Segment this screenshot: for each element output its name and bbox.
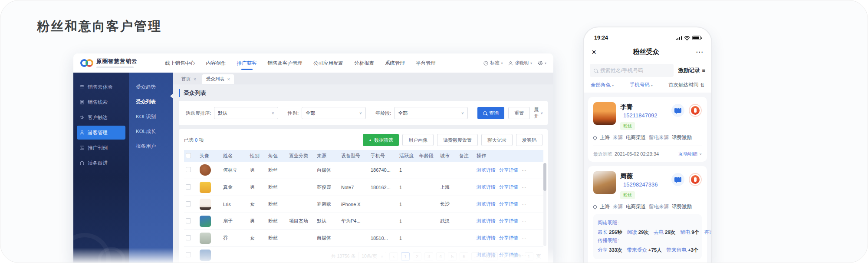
nav-company-app-config[interactable]: 公司应用配置 [313,57,343,69]
reward-icon[interactable] [689,173,702,186]
cell-city [438,230,457,246]
row-checkbox[interactable] [186,235,191,240]
user-menu[interactable]: 张晓明 ▾ [508,60,532,66]
search-input[interactable]: 搜索姓名/手机号码 [590,64,674,77]
page-ellipsis[interactable]: ... [471,252,480,261]
sidebar-item-promo-materials[interactable]: 推广刊例 [77,141,125,155]
phone-number-filter[interactable]: 手机号码 ▾ [630,82,653,88]
nav-system-mgmt[interactable]: 系统管理 [385,57,405,69]
share-detail-link[interactable]: 分享详情 [499,184,518,190]
chat-icon[interactable] [671,173,684,186]
page-button[interactable]: 3 [424,252,433,261]
fan-card-list: 李青15211847092 粉丝 上海 来源 电商渠道 留电来源 话费激励 [584,93,711,263]
tab-audience-list[interactable]: 受众列表 × [202,74,234,84]
role-filter[interactable]: 全部角色 ▾ [591,82,614,88]
sidebar-item-prospect-mgmt[interactable]: 潜客管理 [77,126,125,140]
sidebar-item-sales-leads[interactable]: 销售线索 [77,95,125,109]
first-touch-time-sort[interactable]: 首次触达时间⇅ [668,82,704,88]
submenu-audience-list[interactable]: 受众列表 [129,94,173,109]
sidebar-item-call-followup[interactable]: 话务跟进 [77,156,125,170]
incentive-record-link[interactable]: 激励记录 ≡ [678,67,705,74]
row-checkbox[interactable] [186,167,191,172]
sidebar-item-sales-cloud[interactable]: 销售云体验 [77,80,125,94]
nav-promotion-acquisition[interactable]: 推广获客 [237,57,257,69]
mode-switcher[interactable]: 标准 ▾ [483,60,503,66]
filter-age-range: 年龄段: 全部 ∨ [375,107,468,119]
fan-phone[interactable]: 15298247336 [623,181,658,188]
col-actions: 操作 [475,150,543,162]
nav-online-sales-center[interactable]: 线上销售中心 [165,57,195,69]
submenu-kol-growth[interactable]: KOL成长 [129,124,173,139]
share-detail-link[interactable]: 分享详情 [499,235,518,240]
chat-icon[interactable] [671,104,684,117]
page-canvas: 粉丝和意向客户管理 原圈智慧营销云 线上销售中心 内容创作 推广获客 销售及客户… [0,0,868,263]
page-button[interactable]: 5 [448,252,457,261]
page-button[interactable]: 2 [413,252,421,261]
reset-button[interactable]: 重置 [508,107,530,119]
age-range-select[interactable]: 全部 ∨ [394,107,468,119]
fan-card[interactable]: 李青15211847092 粉丝 上海 来源 电商渠道 留电来源 话费激励 [588,97,707,162]
share-detail-link[interactable]: 分享详情 [499,201,518,206]
view-detail-link[interactable]: 浏览详情 [477,167,496,173]
share-detail-link[interactable]: 分享详情 [499,167,518,173]
fan-card-expanded[interactable]: 周薇15298247336 粉丝 上海 来源 电商渠道 留电来源 话费激励 [588,166,707,263]
credit-quota-settings-button[interactable]: 话费额度设置 [437,134,478,146]
scrollbar-thumb[interactable] [543,163,546,191]
nav-analytics-report[interactable]: 分析报表 [354,57,374,69]
more-actions-icon[interactable]: ⋯ [522,167,527,173]
page-button[interactable]: 1376 [483,252,497,261]
read-detail-title: 阅读明细: [598,220,697,226]
settings-menu[interactable]: ▾ [538,60,546,66]
megaphone-icon [79,115,85,120]
fan-phone[interactable]: 15211847092 [623,112,658,119]
nav-platform-mgmt[interactable]: 平台管理 [416,57,436,69]
nav-sales-customer-mgmt[interactable]: 销售及客户管理 [268,57,303,69]
close-icon[interactable]: × [227,77,230,82]
send-code-button[interactable]: 发奖码 [516,134,542,146]
sidebar-item-customer-reach[interactable]: 客户触达 [77,110,125,124]
view-detail-link[interactable]: 浏览详情 [477,235,496,240]
tab-home[interactable]: 首页 × [178,74,200,84]
page-button[interactable]: 6 [460,252,468,261]
expand-toggle[interactable]: 展开 ∨ [534,107,543,120]
image-icon [79,145,85,150]
row-checkbox[interactable] [186,184,191,190]
user-portrait-button[interactable]: 用户画像 [402,134,434,146]
more-actions-icon[interactable]: ⋯ [522,184,527,190]
gender-select[interactable]: 全部 ∨ [302,107,366,119]
page-button[interactable]: 1 [401,252,410,261]
view-detail-link[interactable]: 浏览详情 [477,184,496,190]
submenu-kol-identify[interactable]: KOL识别 [129,109,173,124]
more-actions-icon[interactable]: ⋯ [522,235,527,240]
reward-icon[interactable] [689,104,702,117]
activity-sort-select[interactable]: 默认 ∨ [214,107,278,119]
more-menu-icon[interactable]: ⋯ [696,47,704,57]
more-actions-icon[interactable]: ⋯ [522,218,527,223]
row-checkbox[interactable] [186,201,191,206]
jump-input[interactable]: 1 [525,252,533,261]
share-detail-link[interactable]: 分享详情 [499,218,518,223]
button-label: 用户画像 [408,137,427,143]
page-button[interactable]: 4 [436,252,445,261]
submenu-reported-users[interactable]: 报备用户 [129,139,173,153]
view-detail-link[interactable]: 浏览详情 [477,218,496,223]
role-tag: 粉丝 [620,122,635,130]
nav-content-creation[interactable]: 内容创作 [206,57,226,69]
close-icon[interactable]: × [194,77,196,82]
next-page-button[interactable]: › [501,252,510,261]
prev-page-button[interactable]: ‹ [389,252,398,261]
cell-age [418,230,438,246]
page-size-select[interactable]: 10条/页 ∨ [358,252,386,261]
query-button[interactable]: 查询 [477,107,504,119]
interaction-detail-toggle[interactable]: 互动明细∨ [678,151,702,157]
data-filter-button[interactable]: ▲ 数据筛选 [363,134,399,146]
select-all-checkbox[interactable] [186,153,191,158]
row-checkbox[interactable] [186,218,191,223]
table-scrollbar[interactable] [543,163,546,246]
cell-source: 自媒体 [315,230,339,246]
view-detail-link[interactable]: 浏览详情 [477,201,496,206]
chat-record-button[interactable]: 聊天记录 [481,134,513,146]
submenu-audience-trends[interactable]: 受众趋势 [129,80,173,94]
more-actions-icon[interactable]: ⋯ [522,201,527,206]
close-icon[interactable]: × [592,48,596,56]
